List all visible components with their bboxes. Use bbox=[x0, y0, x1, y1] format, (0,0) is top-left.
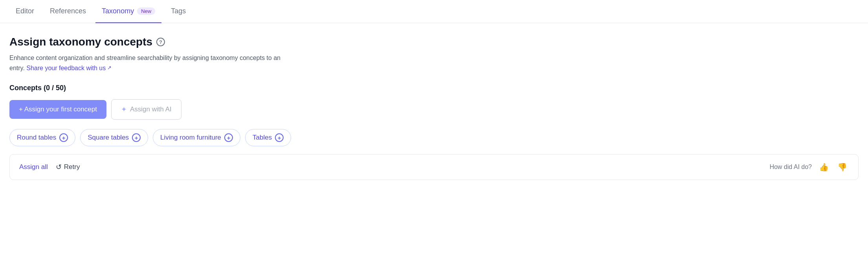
suggestion-label-tables: Tables bbox=[253, 134, 272, 142]
add-tables-icon: + bbox=[275, 133, 284, 142]
tab-editor-label: Editor bbox=[16, 7, 34, 15]
add-living-room-icon: + bbox=[224, 133, 233, 142]
assign-ai-label: Assign with AI bbox=[130, 105, 172, 113]
suggestion-label-living-room: Living room furniture bbox=[160, 134, 221, 142]
suggestion-chip-tables[interactable]: Tables + bbox=[245, 129, 291, 146]
thumbs-up-button[interactable]: 👍 bbox=[817, 161, 830, 173]
suggestion-chip-square-tables[interactable]: Square tables + bbox=[80, 129, 148, 146]
tab-tags-label: Tags bbox=[171, 7, 186, 15]
bottom-bar-right: How did AI do? 👍 👎 bbox=[769, 161, 849, 173]
retry-button[interactable]: ↺ Retry bbox=[56, 163, 80, 171]
bottom-bar: Assign all ↺ Retry How did AI do? 👍 👎 bbox=[9, 154, 859, 180]
feedback-link[interactable]: Share your feedback with us ↗︎ bbox=[26, 63, 112, 73]
main-content: Assign taxonomy concepts ? Enhance conte… bbox=[0, 23, 868, 189]
description: Enhance content organization and streaml… bbox=[9, 53, 284, 73]
thumbs-down-icon: 👎 bbox=[837, 162, 847, 172]
tabs-nav: Editor References Taxonomy New Tags bbox=[0, 0, 868, 23]
tab-editor[interactable]: Editor bbox=[9, 0, 40, 23]
sparkle-icon: ✦ bbox=[121, 105, 127, 114]
page-title: Assign taxonomy concepts bbox=[9, 36, 152, 48]
buttons-row: + Assign your first concept ✦ Assign wit… bbox=[9, 99, 859, 120]
taxonomy-new-badge: New bbox=[137, 7, 155, 15]
retry-icon: ↺ bbox=[56, 163, 62, 171]
retry-label: Retry bbox=[64, 163, 80, 171]
thumbs-up-icon: 👍 bbox=[819, 162, 829, 172]
assign-with-ai-button[interactable]: ✦ Assign with AI bbox=[111, 99, 181, 120]
assign-first-concept-button[interactable]: + Assign your first concept bbox=[9, 100, 106, 119]
page-title-row: Assign taxonomy concepts ? bbox=[9, 36, 859, 48]
feedback-link-text: Share your feedback with us bbox=[26, 63, 106, 73]
suggestions-row: Round tables + Square tables + Living ro… bbox=[9, 129, 859, 146]
ai-feedback-label: How did AI do? bbox=[769, 164, 812, 171]
suggestion-label-round-tables: Round tables bbox=[17, 134, 56, 142]
assign-all-button[interactable]: Assign all bbox=[19, 163, 48, 171]
concepts-label: Concepts (0 / 50) bbox=[9, 84, 859, 92]
suggestion-label-square-tables: Square tables bbox=[88, 134, 129, 142]
tab-references[interactable]: References bbox=[44, 0, 92, 23]
tab-tags[interactable]: Tags bbox=[165, 0, 192, 23]
suggestion-chip-living-room-furniture[interactable]: Living room furniture + bbox=[153, 129, 240, 146]
external-link-icon: ↗︎ bbox=[107, 64, 112, 72]
suggestion-chip-round-tables[interactable]: Round tables + bbox=[9, 129, 75, 146]
tab-references-label: References bbox=[50, 7, 86, 15]
help-icon[interactable]: ? bbox=[156, 38, 165, 46]
add-square-tables-icon: + bbox=[132, 133, 141, 142]
add-round-tables-icon: + bbox=[59, 133, 68, 142]
thumbs-down-button[interactable]: 👎 bbox=[836, 161, 849, 173]
bottom-bar-left: Assign all ↺ Retry bbox=[19, 163, 80, 171]
tab-taxonomy-label: Taxonomy bbox=[102, 7, 134, 15]
tab-taxonomy[interactable]: Taxonomy New bbox=[95, 0, 161, 23]
